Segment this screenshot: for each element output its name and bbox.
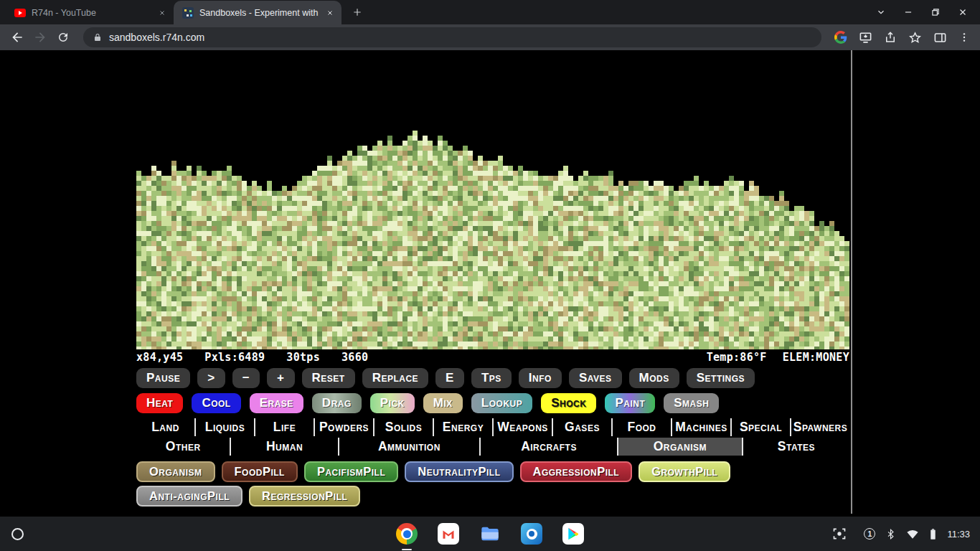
minimize-button[interactable] xyxy=(897,0,920,24)
tool-drag-button[interactable]: Drag xyxy=(312,393,362,413)
status-bar: x84,y45Pxls:648930tps3660 Temp:86°FELEM:… xyxy=(136,351,849,365)
element-neutralitypill-button[interactable]: NeutralityPill xyxy=(405,461,513,482)
window-controls xyxy=(870,0,980,24)
reload-button[interactable] xyxy=(53,27,73,47)
category-spawners[interactable]: Spawners xyxy=(790,418,849,436)
category-machines[interactable]: Machines xyxy=(671,418,730,436)
tab-youtube[interactable]: R74n - YouTube xyxy=(6,1,174,24)
notification-counter: 1 xyxy=(864,528,875,540)
tab-close-icon[interactable] xyxy=(156,7,168,19)
battery-icon xyxy=(929,528,937,540)
tab-title: R74n - YouTube xyxy=(32,8,151,18)
element-regressionpill-button[interactable]: RegressionPill xyxy=(249,486,360,507)
control-buttons-row: Pause>−+ResetReplaceETpsInfoSavesModsSet… xyxy=(136,368,849,388)
category-life[interactable]: Life xyxy=(254,418,314,436)
canvas-right-border xyxy=(851,50,852,514)
tool-paint-button[interactable]: Paint xyxy=(605,393,655,413)
shelf-apps xyxy=(395,522,585,545)
element-foodpill-button[interactable]: FoodPill xyxy=(222,461,298,482)
category-tabs-row1: LandLiquidsLifePowdersSolidsEnergyWeapon… xyxy=(136,418,849,436)
category-liquids[interactable]: Liquids xyxy=(194,418,254,436)
category-organism[interactable]: Organism xyxy=(617,438,742,456)
install-icon[interactable] xyxy=(859,31,872,44)
category-tabs-row2: OtherHumanAmmunitionAircraftsOrganismSta… xyxy=(136,438,849,456)
tab-sandboxels[interactable]: Sandboxels - Experiment with Pi xyxy=(174,1,341,24)
category-land[interactable]: Land xyxy=(136,418,194,436)
control-info-button[interactable]: Info xyxy=(519,368,562,388)
google-g-icon[interactable] xyxy=(834,31,847,44)
game-canvas[interactable] xyxy=(136,50,849,349)
element-anti-agingpill-button[interactable]: Anti-agingPill xyxy=(136,486,242,507)
close-button[interactable] xyxy=(951,0,974,24)
share-icon[interactable] xyxy=(884,31,897,44)
tool-heat-button[interactable]: Heat xyxy=(136,393,183,413)
status-pixel-count: Pxls:6489 xyxy=(204,351,265,365)
tab-close-icon[interactable] xyxy=(324,7,336,19)
files-app-icon[interactable] xyxy=(479,522,501,545)
control-replace-button[interactable]: Replace xyxy=(362,368,428,388)
control-smaller-brush-button[interactable]: − xyxy=(232,368,260,388)
launcher-button[interactable] xyxy=(11,528,24,540)
control-saves-button[interactable]: Saves xyxy=(569,368,622,388)
status-tick: 3660 xyxy=(341,351,368,365)
bluetooth-icon xyxy=(885,529,896,540)
tool-pick-button[interactable]: Pick xyxy=(370,393,415,413)
element-pacifismpill-button[interactable]: PacifismPill xyxy=(304,461,398,482)
chrome-app-icon[interactable] xyxy=(395,522,418,545)
tool-buttons-row: HeatCoolEraseDragPickMixLookupShockPaint… xyxy=(136,393,849,413)
restore-button[interactable] xyxy=(924,0,947,24)
new-tab-button[interactable] xyxy=(347,2,367,22)
category-aircrafts[interactable]: Aircrafts xyxy=(479,438,617,456)
control-settings-button[interactable]: Settings xyxy=(687,368,755,388)
status-tps: 30tps xyxy=(286,351,320,365)
control-mods-button[interactable]: Mods xyxy=(629,368,679,388)
screen-capture-icon[interactable] xyxy=(832,527,847,541)
tool-smash-button[interactable]: Smash xyxy=(664,393,719,413)
control-bigger-brush-button[interactable]: + xyxy=(267,368,294,388)
status-right: Temp:86°FELEM:MONEY xyxy=(707,351,849,365)
menu-dots-icon[interactable] xyxy=(958,32,970,43)
address-bar[interactable]: sandboxels.r74n.com xyxy=(83,27,821,47)
play-store-app-icon[interactable] xyxy=(562,522,585,545)
category-solids[interactable]: Solids xyxy=(373,418,433,436)
gmail-app-icon[interactable] xyxy=(437,522,460,545)
element-buttons-row1: OrganismFoodPillPacifismPillNeutralityPi… xyxy=(136,461,849,482)
category-states[interactable]: States xyxy=(742,438,849,456)
tool-mix-button[interactable]: Mix xyxy=(423,393,463,413)
control-step-button[interactable]: > xyxy=(197,368,225,388)
category-human[interactable]: Human xyxy=(230,438,337,456)
category-energy[interactable]: Energy xyxy=(433,418,492,436)
wifi-icon xyxy=(906,527,919,540)
category-gases[interactable]: Gases xyxy=(552,418,611,436)
back-button[interactable] xyxy=(7,27,27,47)
control-element-mode-button[interactable]: E xyxy=(435,368,464,388)
tool-cool-button[interactable]: Cool xyxy=(192,393,240,413)
sandboxels-favicon-icon xyxy=(182,7,194,19)
system-tray[interactable]: 1 11:33 xyxy=(832,527,980,541)
side-panel-icon[interactable] xyxy=(933,31,947,44)
youtube-favicon-icon xyxy=(14,9,26,17)
camera-app-icon[interactable] xyxy=(520,522,543,545)
bookmark-star-icon[interactable] xyxy=(908,31,922,44)
control-reset-button[interactable]: Reset xyxy=(302,368,355,388)
toolbar-icons xyxy=(831,31,973,44)
tool-erase-button[interactable]: Erase xyxy=(250,393,303,413)
lock-icon[interactable] xyxy=(93,32,102,42)
chevron-down-icon[interactable] xyxy=(870,0,892,24)
element-organism-button[interactable]: Organism xyxy=(136,461,215,482)
url-text: sandboxels.r74n.com xyxy=(109,32,204,43)
category-weapons[interactable]: Weapons xyxy=(492,418,552,436)
category-other[interactable]: Other xyxy=(136,438,230,456)
forward-button[interactable] xyxy=(30,27,50,47)
element-growthpill-button[interactable]: GrowthPill xyxy=(639,461,730,482)
element-aggressionpill-button[interactable]: AggressionPill xyxy=(520,461,633,482)
control-tps-button[interactable]: Tps xyxy=(471,368,512,388)
control-pause-button[interactable]: Pause xyxy=(136,368,190,388)
category-ammunition[interactable]: Ammunition xyxy=(338,438,480,456)
tool-lookup-button[interactable]: Lookup xyxy=(471,393,532,413)
tool-shock-button[interactable]: Shock xyxy=(541,393,596,413)
category-special[interactable]: Special xyxy=(730,418,790,436)
category-food[interactable]: Food xyxy=(611,418,671,436)
page-content: x84,y45Pxls:648930tps3660 Temp:86°FELEM:… xyxy=(0,50,980,517)
category-powders[interactable]: Powders xyxy=(314,418,373,436)
